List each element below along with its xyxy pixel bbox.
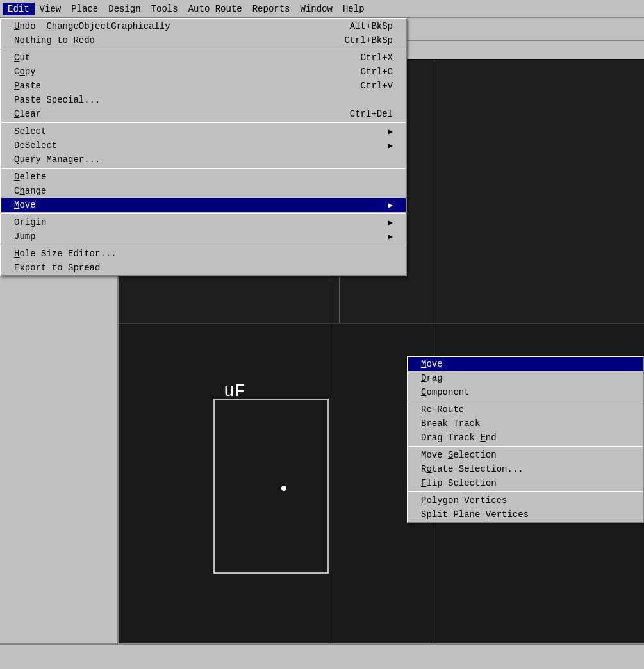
move-arrow: ▶ xyxy=(388,201,393,210)
sub-move-sel-label: Move Selection xyxy=(421,450,497,460)
submenu-drag-track-end[interactable]: Drag Track End xyxy=(408,431,643,445)
sub-divider-1 xyxy=(408,401,643,401)
menu-move[interactable]: Move ▶ xyxy=(1,198,406,212)
sub-flip-sel-label: Flip Selection xyxy=(421,478,497,488)
sub-rotate-sel-label: Rotate Selection... xyxy=(421,464,524,474)
menu-change[interactable]: Change xyxy=(1,184,406,198)
menu-select[interactable]: Select ▶ xyxy=(1,124,406,138)
cut-shortcut: Ctrl+X xyxy=(335,53,393,63)
menubar: Edit View Place Design Tools Auto Route … xyxy=(0,0,644,18)
origin-arrow: ▶ xyxy=(388,218,393,227)
edit-menu: Undo ChangeObjectGraphically Alt+BkSp No… xyxy=(0,18,407,276)
submenu-move[interactable]: Move xyxy=(408,357,643,371)
sub-break-track-label: Break Track xyxy=(421,418,480,429)
menu-reports[interactable]: Reports xyxy=(247,3,295,15)
menu-help[interactable]: Help xyxy=(338,3,370,15)
divider-1 xyxy=(1,49,406,49)
clear-label: Clear xyxy=(14,109,41,119)
divider-4 xyxy=(1,213,406,214)
copy-label: Copy xyxy=(14,67,36,77)
menu-paste[interactable]: Paste Ctrl+V xyxy=(1,79,406,93)
divider-5 xyxy=(1,245,406,245)
submenu-flip-selection[interactable]: Flip Selection xyxy=(408,476,643,490)
menu-nothing-redo[interactable]: Nothing to Redo Ctrl+BkSp xyxy=(1,33,406,47)
sub-move-label: Move xyxy=(421,359,443,369)
submenu-polygon-vertices[interactable]: Polygon Vertices xyxy=(408,493,643,508)
menu-edit[interactable]: Edit xyxy=(3,3,35,15)
menu-paste-special[interactable]: Paste Special... xyxy=(1,93,406,107)
paste-shortcut: Ctrl+V xyxy=(335,81,393,91)
export-label: Export to Spread xyxy=(14,263,100,273)
delete-label: Delete xyxy=(14,172,46,182)
origin-label: Origin xyxy=(14,217,46,227)
sub-split-plane-label: Split Plane Vertices xyxy=(421,509,529,520)
sub-poly-vert-label: Polygon Vertices xyxy=(421,495,507,506)
change-label: Change xyxy=(14,186,46,196)
query-mgr-label: Query Manager... xyxy=(14,154,100,165)
menu-cut[interactable]: Cut Ctrl+X xyxy=(1,51,406,65)
menu-query-manager[interactable]: Query Manager... xyxy=(1,153,406,167)
submenu-move-selection[interactable]: Move Selection xyxy=(408,448,643,462)
submenu-split-plane-vertices[interactable]: Split Plane Vertices xyxy=(408,508,643,522)
menu-hole-size[interactable]: Hole Size Editor... xyxy=(1,247,406,261)
deselect-arrow: ▶ xyxy=(388,141,393,151)
select-label: Select xyxy=(14,126,46,136)
undo-label: Undo ChangeObjectGraphically xyxy=(14,21,170,31)
copy-shortcut: Ctrl+C xyxy=(335,67,393,77)
jump-label: Jump xyxy=(14,231,36,242)
menu-tools[interactable]: Tools xyxy=(146,3,183,15)
sub-drag-track-end-label: Drag Track End xyxy=(421,433,497,443)
menu-place[interactable]: Place xyxy=(66,3,103,15)
paste-label: Paste xyxy=(14,81,41,91)
divider-3 xyxy=(1,168,406,169)
sub-drag-label: Drag xyxy=(421,373,443,383)
statusbar xyxy=(0,643,644,669)
deselect-label: DeSelect xyxy=(14,140,57,151)
menu-autoroute[interactable]: Auto Route xyxy=(183,3,247,15)
menu-view[interactable]: View xyxy=(35,3,67,15)
menu-delete[interactable]: Delete xyxy=(1,170,406,184)
undo-shortcut: Alt+BkSp xyxy=(324,21,393,31)
clear-shortcut: Ctrl+Del xyxy=(324,109,393,119)
sub-component-label: Component xyxy=(421,387,470,397)
menu-export[interactable]: Export to Spread xyxy=(1,261,406,275)
sub-divider-3 xyxy=(408,491,643,492)
redo-label: Nothing to Redo xyxy=(14,35,95,45)
menu-copy[interactable]: Copy Ctrl+C xyxy=(1,65,406,79)
menu-clear[interactable]: Clear Ctrl+Del xyxy=(1,107,406,121)
menu-deselect[interactable]: DeSelect ▶ xyxy=(1,138,406,153)
menu-jump[interactable]: Jump ▶ xyxy=(1,229,406,244)
menu-design[interactable]: Design xyxy=(103,3,145,15)
submenu-reroute[interactable]: Re-Route xyxy=(408,402,643,417)
submenu-rotate-selection[interactable]: Rotate Selection... xyxy=(408,462,643,476)
cut-label: Cut xyxy=(14,53,30,63)
sub-reroute-label: Re-Route xyxy=(421,404,464,415)
submenu-break-track[interactable]: Break Track xyxy=(408,417,643,431)
sub-divider-2 xyxy=(408,446,643,447)
move-submenu: Move Drag Component Re-Route Break Track… xyxy=(407,356,644,523)
submenu-drag[interactable]: Drag xyxy=(408,371,643,385)
hole-size-label: Hole Size Editor... xyxy=(14,249,117,259)
select-arrow: ▶ xyxy=(388,127,393,136)
move-label: Move xyxy=(14,200,36,210)
paste-special-label: Paste Special... xyxy=(14,95,100,105)
redo-shortcut: Ctrl+BkSp xyxy=(318,35,393,45)
menu-undo[interactable]: Undo ChangeObjectGraphically Alt+BkSp xyxy=(1,19,406,33)
menu-origin[interactable]: Origin ▶ xyxy=(1,215,406,229)
divider-2 xyxy=(1,122,406,123)
menu-window[interactable]: Window xyxy=(295,3,338,15)
jump-arrow: ▶ xyxy=(388,232,393,242)
submenu-component[interactable]: Component xyxy=(408,385,643,399)
